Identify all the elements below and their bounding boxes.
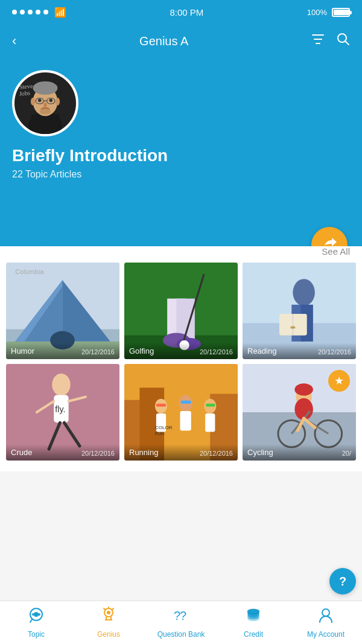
grid-container: Columbia Humor 20/12/2016 (0, 263, 362, 471)
tab-credit[interactable]: Credit (217, 601, 290, 644)
svg-line-1 (345, 41, 349, 45)
tab-my-account[interactable]: My Account (290, 601, 362, 644)
svg-point-84 (38, 613, 40, 616)
status-right: 100% (307, 8, 350, 17)
nav-icons (311, 33, 350, 49)
battery-percent: 100% (307, 8, 327, 17)
svg-point-13 (40, 109, 51, 114)
status-time: 8:00 PM (170, 7, 203, 18)
svg-rect-64 (156, 404, 166, 407)
question-bank-icon: ? ? (173, 607, 189, 628)
grid-date-golfing: 20/12/2016 (200, 348, 233, 355)
grid-overlay-reading: Reading 20/12/2016 (243, 343, 356, 359)
tab-question-bank[interactable]: ? ? Question Bank (145, 601, 217, 644)
grid-label-running: Running (129, 448, 158, 457)
grid-label-reading: Reading (247, 346, 276, 355)
svg-point-82 (34, 612, 39, 617)
svg-point-8 (56, 98, 60, 106)
grid-date-reading: 20/12/2016 (318, 348, 351, 355)
search-icon[interactable] (337, 33, 350, 49)
tab-account-label: My Account (307, 630, 345, 639)
svg-text:fly.: fly. (55, 404, 65, 414)
topic-icon (28, 607, 45, 628)
svg-point-92 (107, 611, 110, 614)
grid-label-crude: Crude (11, 448, 32, 457)
tab-genius[interactable]: Genius (72, 601, 145, 644)
svg-point-83 (32, 613, 34, 616)
star-badge: ★ (328, 370, 350, 392)
nav-bar: ‹ Genius A (0, 24, 362, 58)
svg-text:?: ? (180, 609, 186, 622)
tab-question-bank-label: Question Bank (157, 630, 205, 639)
grid-item-cycling[interactable]: ★ Cycling 20/ (243, 364, 356, 461)
account-icon (317, 607, 334, 628)
svg-rect-65 (180, 401, 191, 404)
grid-item-running[interactable]: COLOR RUN Running 20/12/2016 (124, 364, 238, 461)
grid-overlay-cycling: Cycling 20/ (243, 444, 356, 461)
see-all-button[interactable]: See All (322, 246, 350, 257)
grid-row-2: fly. Crude 20/12/2016 (6, 364, 356, 461)
svg-point-6 (33, 81, 58, 95)
svg-rect-4 (31, 115, 59, 134)
grid-overlay-running: Running 20/12/2016 (124, 444, 238, 461)
tab-topic[interactable]: Topic (0, 601, 72, 644)
grid-overlay-golfing: Golfing 20/12/2016 (124, 343, 238, 359)
intro-title: Briefly Introduction (12, 146, 350, 165)
tab-genius-label: Genius (97, 630, 120, 639)
grid-label-humor: Humor (11, 346, 34, 355)
signal-dots: 📶 (12, 7, 66, 18)
svg-point-10 (49, 99, 52, 103)
back-button[interactable]: ‹ (12, 33, 16, 49)
svg-rect-61 (180, 411, 191, 431)
svg-rect-63 (205, 413, 215, 432)
tab-topic-label: Topic (28, 630, 45, 639)
see-all-row: See All (0, 246, 362, 263)
svg-line-91 (104, 608, 105, 610)
grid-item-humor[interactable]: Columbia Humor 20/12/2016 (6, 263, 119, 359)
grid-overlay-crude: Crude 20/12/2016 (6, 444, 119, 461)
avatar: Steve Jobs (12, 70, 78, 136)
svg-text:COLOR: COLOR (155, 425, 173, 430)
hero-diagonal (0, 198, 362, 246)
tab-credit-label: Credit (244, 630, 263, 639)
svg-point-7 (31, 98, 35, 106)
hero-wrapper: Steve Jobs Briefly Introduction 22 Topic… (0, 58, 362, 246)
svg-text:Jobs: Jobs (19, 89, 30, 97)
svg-rect-66 (206, 404, 215, 407)
wifi-icon: 📶 (54, 7, 66, 18)
grid-label-cycling: Cycling (247, 448, 273, 457)
filter-icon[interactable] (311, 33, 325, 49)
help-button[interactable]: ? (329, 568, 356, 595)
grid-date-crude: 20/12/2016 (81, 450, 115, 457)
tab-bar: Topic Genius ? ? Question Bank (0, 601, 362, 644)
grid-label-golfing: Golfing (129, 346, 154, 355)
svg-line-90 (112, 608, 113, 610)
grid-item-golfing[interactable]: Golfing 20/12/2016 (124, 263, 238, 359)
hero-section: Steve Jobs Briefly Introduction 22 Topic… (0, 58, 362, 198)
svg-point-71 (294, 383, 313, 395)
svg-text:Steve: Steve (19, 83, 33, 91)
grid-date-running: 20/12/2016 (200, 450, 233, 457)
svg-rect-42 (290, 326, 295, 328)
genius-icon (100, 607, 117, 628)
grid-item-crude[interactable]: fly. Crude 20/12/2016 (6, 364, 119, 461)
svg-text:Columbia: Columbia (15, 268, 44, 275)
svg-text:RUN: RUN (155, 432, 164, 436)
grid-date-cycling: 20/ (342, 450, 351, 457)
svg-point-45 (52, 374, 70, 396)
nav-title: Genius A (139, 34, 188, 48)
content-area: See All Columbia (0, 246, 362, 471)
grid-overlay-humor: Humor 20/12/2016 (6, 343, 119, 359)
status-bar: 📶 8:00 PM 100% (0, 0, 362, 24)
svg-point-37 (293, 279, 315, 306)
svg-point-11 (43, 103, 47, 107)
article-count: 22 Topic Articles (12, 169, 350, 180)
credit-icon (245, 607, 262, 628)
svg-point-101 (322, 609, 329, 616)
svg-point-9 (38, 99, 42, 103)
grid-item-reading[interactable]: Reading 20/12/2016 (243, 263, 356, 359)
share-button[interactable] (311, 227, 348, 246)
grid-date-humor: 20/12/2016 (81, 348, 115, 355)
grid-row-1: Columbia Humor 20/12/2016 (6, 263, 356, 359)
battery-icon (332, 8, 350, 17)
